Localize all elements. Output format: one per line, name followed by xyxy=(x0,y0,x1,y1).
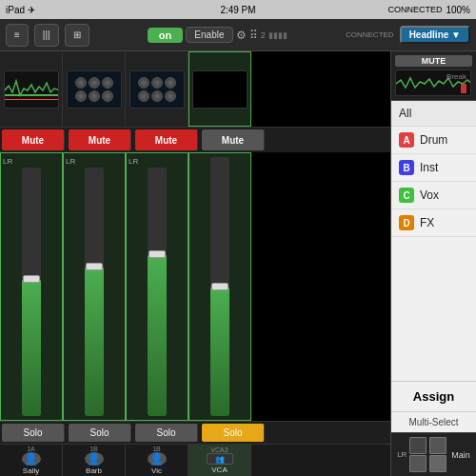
wave-line-green xyxy=(5,94,58,96)
eq-row-2 xyxy=(75,90,113,102)
mute-button-1[interactable]: Mute xyxy=(2,129,65,150)
group-c-vox[interactable]: C Vox xyxy=(391,182,476,209)
fader-level-2 xyxy=(85,267,104,416)
channel-top-3 xyxy=(126,51,188,127)
fader-level-3 xyxy=(148,254,167,416)
channel-name-vca: VCA xyxy=(211,466,227,474)
fader-area: LR LR LR xyxy=(0,152,390,421)
lr-label-3: LR xyxy=(129,157,138,166)
avatar-3: 👤 xyxy=(148,452,167,466)
eq-knob-3 xyxy=(102,77,113,89)
eq-button[interactable]: ||| xyxy=(34,24,59,47)
fader-handle-4[interactable] xyxy=(211,283,228,290)
fader-track-2 xyxy=(85,168,104,416)
fader-handle-3[interactable] xyxy=(149,250,166,258)
main-cell-4 xyxy=(429,455,446,472)
eq-knob-7 xyxy=(138,77,149,89)
right-mini-wave: Break xyxy=(395,69,471,96)
mute-row: Mute Mute Mute Mute xyxy=(0,128,390,152)
status-bar: iPad ✈ 2:49 PM CONNECTED 100% xyxy=(0,0,476,19)
group-b-letter: B xyxy=(399,160,414,175)
eq-inner xyxy=(68,71,121,108)
eq-icon: ||| xyxy=(43,30,50,40)
eq-knob-10 xyxy=(138,90,149,102)
group-a-letter: A xyxy=(399,132,414,148)
on-badge[interactable]: on xyxy=(148,28,183,43)
eq-row-3b xyxy=(138,90,176,102)
main-cell-2 xyxy=(429,437,446,454)
dots-icon[interactable]: ⠿ xyxy=(249,29,258,42)
solo-row: Solo Solo Solo Solo xyxy=(0,421,390,444)
channel-strip-2: LR xyxy=(63,152,126,421)
mute-button-2[interactable]: Mute xyxy=(69,129,131,150)
bars-icon: ▮▮▮▮ xyxy=(268,30,288,40)
solo-button-2[interactable]: Solo xyxy=(69,424,131,442)
mixer-icon: ≡ xyxy=(14,30,20,40)
assign-button[interactable]: Assign xyxy=(391,381,476,411)
main-layout: Mute Mute Mute Mute LR LR xyxy=(0,51,476,476)
lr-badge: LR xyxy=(397,450,407,459)
vca-icon: 👥 xyxy=(207,453,233,465)
enable-button[interactable]: Enable xyxy=(186,27,232,43)
wave-line-red xyxy=(5,99,58,100)
mute-button-4[interactable]: Mute xyxy=(202,129,265,150)
channel-strip-4 xyxy=(188,152,251,421)
solo-button-1[interactable]: Solo xyxy=(2,424,65,442)
group-list: All A Drum B Inst C Vox D FX xyxy=(391,101,476,381)
mixer-area: Mute Mute Mute Mute LR LR xyxy=(0,51,390,476)
main-cell-1 xyxy=(409,437,426,454)
waveform-svg-1 xyxy=(5,71,59,109)
ch-num-3: 1B xyxy=(152,446,161,452)
channel-top-4 xyxy=(188,51,251,127)
channel-count: 2 xyxy=(261,30,266,40)
fader-handle-2[interactable] xyxy=(86,263,103,270)
mute-button-3[interactable]: Mute xyxy=(135,129,198,150)
toolbar-center: on Enable ⚙ ⠿ 2 ▮▮▮▮ xyxy=(95,27,340,43)
eq-knob-6 xyxy=(102,90,113,102)
headline-button[interactable]: Headline ▼ xyxy=(400,26,470,44)
toolbar: ≡ ||| ⊞ on Enable ⚙ ⠿ 2 ▮▮▮▮ CONNECTED H… xyxy=(0,19,476,51)
settings-icon[interactable]: ⚙ xyxy=(236,29,247,42)
time-label: 2:49 PM xyxy=(220,5,255,15)
channel-top-1 xyxy=(0,51,63,127)
level-bar-red xyxy=(461,84,466,93)
mixer-button[interactable]: ≡ xyxy=(6,24,29,47)
eq-knob-11 xyxy=(151,90,163,102)
eq-knob-5 xyxy=(89,90,100,102)
eq-knob-2 xyxy=(89,77,100,89)
channel-info-3: 1B 👤 Vic xyxy=(126,445,188,476)
lr-label-2: LR xyxy=(66,157,75,166)
eq-display-2 xyxy=(67,70,122,109)
group-c-letter: C xyxy=(399,188,414,203)
connected-toolbar-label: CONNECTED xyxy=(346,30,394,39)
mute-header-label: MUTE xyxy=(395,55,472,67)
lr-label-1: LR xyxy=(3,157,12,166)
fader-handle-1[interactable] xyxy=(23,275,40,283)
group-all[interactable]: All xyxy=(391,101,476,127)
battery-label: 100% xyxy=(446,5,470,15)
eq-knob-1 xyxy=(75,77,87,89)
channel-info-2: 1B 👤 Barb xyxy=(63,445,126,476)
channel-info-1: 1A 👤 Sally xyxy=(0,445,63,476)
right-top: MUTE Break xyxy=(391,51,476,101)
group-all-label: All xyxy=(399,107,411,120)
route-button[interactable]: ⊞ xyxy=(65,24,89,47)
group-d-letter: D xyxy=(399,215,414,230)
group-d-fx[interactable]: D FX xyxy=(391,209,476,237)
channel-name-3: Vic xyxy=(151,466,162,475)
eq-row-1 xyxy=(75,77,113,89)
waveform-display-1 xyxy=(4,70,59,109)
group-a-drum[interactable]: A Drum xyxy=(391,127,476,154)
eq-knob-9 xyxy=(165,77,176,89)
right-panel: MUTE Break All A Drum B Inst xyxy=(390,51,476,476)
group-b-inst[interactable]: B Inst xyxy=(391,154,476,182)
solo-button-3[interactable]: Solo xyxy=(135,424,198,442)
group-a-label: Drum xyxy=(420,133,447,147)
group-b-label: Inst xyxy=(420,161,438,174)
main-grid xyxy=(409,437,447,472)
multiselect-button[interactable]: Multi-Select xyxy=(391,411,476,432)
break-label: Break xyxy=(446,72,466,81)
channel-top-2 xyxy=(63,51,126,127)
solo-button-4[interactable]: Solo xyxy=(202,424,265,442)
eq-knob-12 xyxy=(165,90,176,102)
